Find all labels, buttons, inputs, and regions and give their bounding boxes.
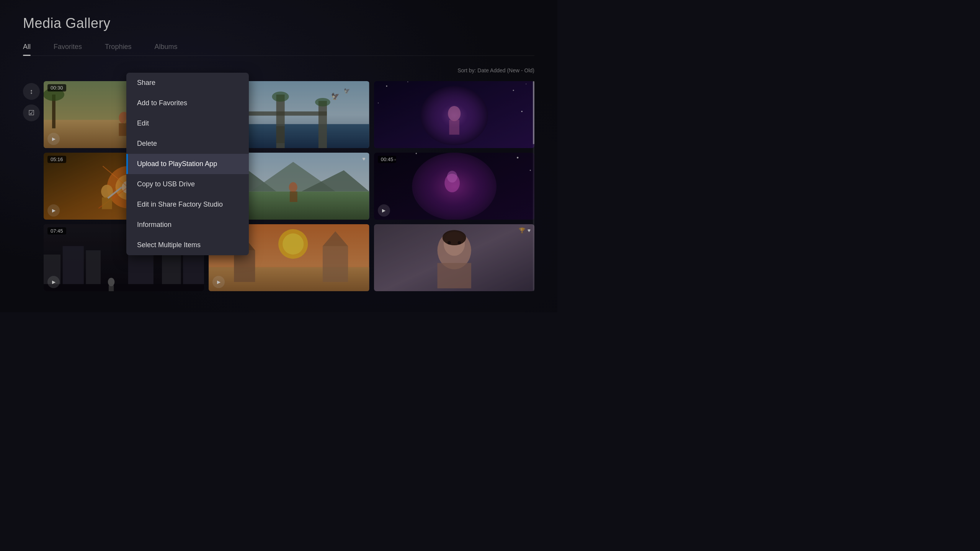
menu-item-delete[interactable]: Delete [126,134,249,154]
menu-item-edit[interactable]: Edit [126,113,249,134]
menu-item-select-multiple[interactable]: Select Multiple Items [126,235,249,255]
menu-item-edit-share-factory[interactable]: Edit in Share Factory Studio [126,194,249,215]
menu-item-share[interactable]: Share [126,73,249,93]
menu-item-information[interactable]: Information [126,215,249,235]
menu-item-add-favorites[interactable]: Add to Favorites [126,93,249,113]
menu-backdrop[interactable] [0,0,557,312]
context-menu: Share Add to Favorites Edit Delete Uploa… [126,73,249,255]
menu-item-copy-usb[interactable]: Copy to USB Drive [126,174,249,194]
menu-item-upload-ps-app[interactable]: Upload to PlayStation App [126,154,249,174]
